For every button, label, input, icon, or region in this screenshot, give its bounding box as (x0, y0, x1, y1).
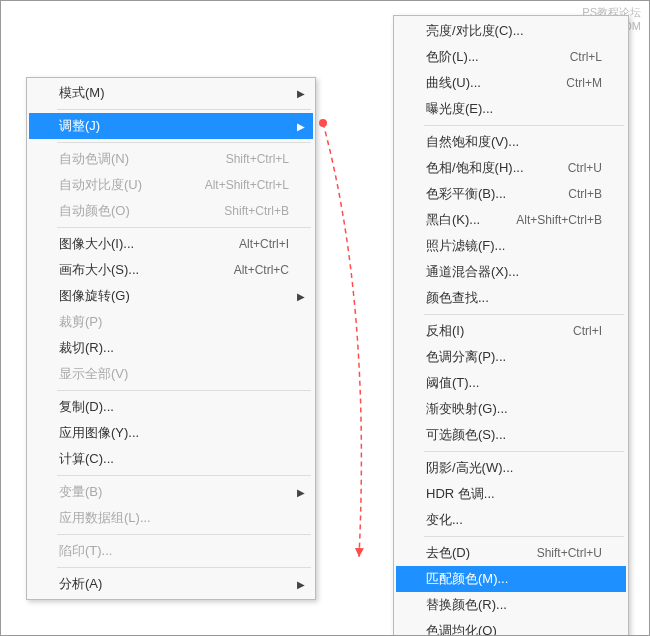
menu-item-label: 色阶(L)... (426, 48, 570, 66)
menu-item-label: 裁切(R)... (59, 339, 289, 357)
menu-separator (424, 451, 624, 452)
menu-item-label: 应用图像(Y)... (59, 424, 289, 442)
rightMenu-item[interactable]: 渐变映射(G)... (396, 396, 626, 422)
rightMenu-item[interactable]: 黑白(K)...Alt+Shift+Ctrl+B (396, 207, 626, 233)
menu-item-shortcut: Alt+Ctrl+C (234, 263, 289, 277)
menu-item-label: 阈值(T)... (426, 374, 602, 392)
leftMenu-item: 自动颜色(O)Shift+Ctrl+B (29, 198, 313, 224)
menu-item-label: 阴影/高光(W)... (426, 459, 602, 477)
leftMenu-item[interactable]: 裁切(R)... (29, 335, 313, 361)
menu-item-label: 可选颜色(S)... (426, 426, 602, 444)
menu-item-label: 黑白(K)... (426, 211, 516, 229)
leftMenu-item[interactable]: 图像大小(I)...Alt+Ctrl+I (29, 231, 313, 257)
menu-item-label: 应用数据组(L)... (59, 509, 289, 527)
menu-item-label: 通道混合器(X)... (426, 263, 602, 281)
rightMenu-item[interactable]: 变化... (396, 507, 626, 533)
menu-separator (424, 314, 624, 315)
menu-item-shortcut: Ctrl+B (568, 187, 602, 201)
leftMenu-item: 变量(B)▶ (29, 479, 313, 505)
leftMenu-item[interactable]: 画布大小(S)...Alt+Ctrl+C (29, 257, 313, 283)
leftMenu-item[interactable]: 分析(A)▶ (29, 571, 313, 597)
rightMenu-item[interactable]: 自然饱和度(V)... (396, 129, 626, 155)
rightMenu-item[interactable]: 可选颜色(S)... (396, 422, 626, 448)
rightMenu-item[interactable]: 曲线(U)...Ctrl+M (396, 70, 626, 96)
menu-item-shortcut: Alt+Shift+Ctrl+B (516, 213, 602, 227)
rightMenu-item[interactable]: 色阶(L)...Ctrl+L (396, 44, 626, 70)
leftMenu-item[interactable]: 调整(J)▶ (29, 113, 313, 139)
menu-item-label: 色调均化(Q) (426, 622, 602, 636)
menu-item-label: 变化... (426, 511, 602, 529)
rightMenu-item[interactable]: 反相(I)Ctrl+I (396, 318, 626, 344)
menu-item-label: 色相/饱和度(H)... (426, 159, 568, 177)
image-menu: 模式(M)▶调整(J)▶自动色调(N)Shift+Ctrl+L自动对比度(U)A… (26, 77, 316, 600)
menu-item-label: 曲线(U)... (426, 74, 566, 92)
menu-item-label: 计算(C)... (59, 450, 289, 468)
menu-item-label: 颜色查找... (426, 289, 602, 307)
menu-item-shortcut: Shift+Ctrl+B (224, 204, 289, 218)
leftMenu-item[interactable]: 模式(M)▶ (29, 80, 313, 106)
menu-item-shortcut: Shift+Ctrl+L (226, 152, 289, 166)
leftMenu-item: 显示全部(V) (29, 361, 313, 387)
menu-item-label: 画布大小(S)... (59, 261, 234, 279)
leftMenu-item: 自动色调(N)Shift+Ctrl+L (29, 146, 313, 172)
menu-item-shortcut: Alt+Ctrl+I (239, 237, 289, 251)
submenu-arrow-icon: ▶ (297, 579, 305, 590)
menu-item-label: 复制(D)... (59, 398, 289, 416)
menu-item-label: 去色(D) (426, 544, 537, 562)
menu-item-shortcut: Ctrl+I (573, 324, 602, 338)
rightMenu-item[interactable]: 色调均化(Q) (396, 618, 626, 636)
leftMenu-item: 自动对比度(U)Alt+Shift+Ctrl+L (29, 172, 313, 198)
adjustments-submenu: 亮度/对比度(C)...色阶(L)...Ctrl+L曲线(U)...Ctrl+M… (393, 15, 629, 636)
leftMenu-item[interactable]: 计算(C)... (29, 446, 313, 472)
menu-item-label: 照片滤镜(F)... (426, 237, 602, 255)
menu-item-label: 变量(B) (59, 483, 289, 501)
menu-item-label: 模式(M) (59, 84, 289, 102)
rightMenu-item[interactable]: 照片滤镜(F)... (396, 233, 626, 259)
rightMenu-item[interactable]: 去色(D)Shift+Ctrl+U (396, 540, 626, 566)
menu-item-label: 自动颜色(O) (59, 202, 224, 220)
submenu-arrow-icon: ▶ (297, 291, 305, 302)
rightMenu-item[interactable]: 色彩平衡(B)...Ctrl+B (396, 181, 626, 207)
menu-separator (424, 536, 624, 537)
leftMenu-item: 应用数据组(L)... (29, 505, 313, 531)
menu-item-label: 自然饱和度(V)... (426, 133, 602, 151)
menu-item-label: 裁剪(P) (59, 313, 289, 331)
svg-point-0 (319, 119, 327, 127)
rightMenu-item[interactable]: 阴影/高光(W)... (396, 455, 626, 481)
menu-item-label: 图像大小(I)... (59, 235, 239, 253)
menu-item-label: 曝光度(E)... (426, 100, 602, 118)
rightMenu-item[interactable]: 颜色查找... (396, 285, 626, 311)
menu-item-shortcut: Shift+Ctrl+U (537, 546, 602, 560)
menu-separator (57, 534, 311, 535)
rightMenu-item[interactable]: 曝光度(E)... (396, 96, 626, 122)
submenu-arrow-icon: ▶ (297, 487, 305, 498)
menu-item-shortcut: Alt+Shift+Ctrl+L (205, 178, 289, 192)
rightMenu-item[interactable]: 色相/饱和度(H)...Ctrl+U (396, 155, 626, 181)
menu-item-label: HDR 色调... (426, 485, 602, 503)
rightMenu-item[interactable]: 色调分离(P)... (396, 344, 626, 370)
menu-item-label: 显示全部(V) (59, 365, 289, 383)
rightMenu-item[interactable]: 阈值(T)... (396, 370, 626, 396)
menu-item-label: 自动色调(N) (59, 150, 226, 168)
menu-separator (57, 109, 311, 110)
menu-item-shortcut: Ctrl+M (566, 76, 602, 90)
leftMenu-item[interactable]: 复制(D)... (29, 394, 313, 420)
menu-item-label: 替换颜色(R)... (426, 596, 602, 614)
rightMenu-item[interactable]: HDR 色调... (396, 481, 626, 507)
menu-item-label: 反相(I) (426, 322, 573, 340)
menu-item-label: 陷印(T)... (59, 542, 289, 560)
menu-item-label: 自动对比度(U) (59, 176, 205, 194)
menu-item-label: 匹配颜色(M)... (426, 570, 602, 588)
rightMenu-item[interactable]: 亮度/对比度(C)... (396, 18, 626, 44)
menu-separator (57, 390, 311, 391)
submenu-arrow-icon: ▶ (297, 121, 305, 132)
menu-item-label: 色彩平衡(B)... (426, 185, 568, 203)
rightMenu-item[interactable]: 通道混合器(X)... (396, 259, 626, 285)
rightMenu-item[interactable]: 匹配颜色(M)... (396, 566, 626, 592)
submenu-arrow-icon: ▶ (297, 88, 305, 99)
rightMenu-item[interactable]: 替换颜色(R)... (396, 592, 626, 618)
leftMenu-item[interactable]: 图像旋转(G)▶ (29, 283, 313, 309)
leftMenu-item[interactable]: 应用图像(Y)... (29, 420, 313, 446)
menu-item-label: 图像旋转(G) (59, 287, 289, 305)
menu-item-label: 分析(A) (59, 575, 289, 593)
